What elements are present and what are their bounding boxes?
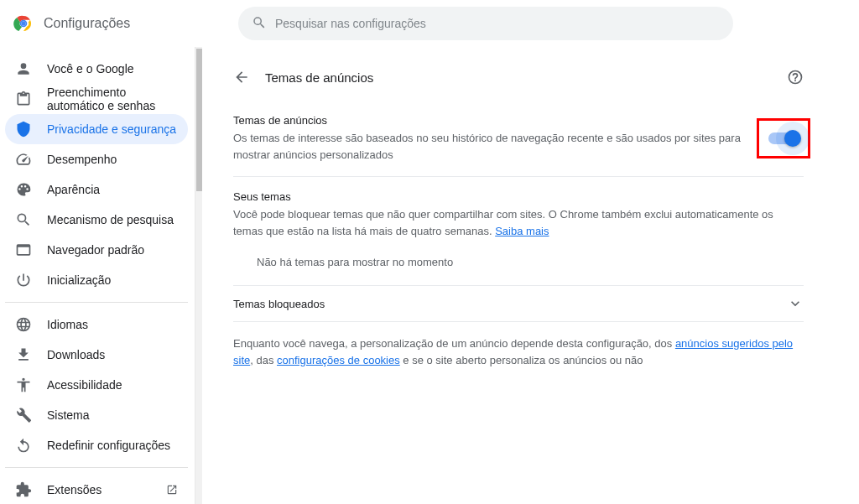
wrench-icon bbox=[15, 407, 32, 423]
sidebar-item-label: Extensões bbox=[47, 483, 102, 496]
download-icon bbox=[15, 346, 32, 363]
sidebar-item-reset[interactable]: Redefinir configurações bbox=[5, 430, 188, 460]
sidebar-divider bbox=[5, 302, 188, 303]
clipboard-icon bbox=[15, 91, 32, 107]
extension-icon bbox=[15, 481, 32, 498]
scrollbar-track[interactable] bbox=[195, 47, 202, 504]
accessibility-icon bbox=[15, 377, 32, 393]
sidebar-item-label: Redefinir configurações bbox=[47, 439, 170, 452]
sidebar-item-label: Mecanismo de pesquisa bbox=[47, 213, 174, 226]
search-icon bbox=[15, 211, 32, 228]
sidebar-item-label: Acessibilidade bbox=[47, 378, 122, 392]
back-button[interactable] bbox=[233, 69, 250, 86]
power-icon bbox=[15, 272, 32, 288]
sidebar-item-label: Você e o Google bbox=[47, 62, 134, 75]
cookie-settings-link[interactable]: configurações de cookies bbox=[277, 354, 400, 366]
blocked-topics-expand[interactable]: Temas bloqueados bbox=[233, 286, 804, 321]
sidebar-item-accessibility[interactable]: Acessibilidade bbox=[5, 370, 188, 400]
ad-topics-toggle-section: Temas de anúncios Os temas de interesse … bbox=[233, 101, 804, 177]
sidebar-item-label: Desempenho bbox=[47, 153, 117, 166]
sidebar-item-label: Downloads bbox=[47, 348, 105, 361]
your-topics-section: Seus temas Você pode bloquear temas que … bbox=[233, 177, 804, 286]
app-header: Configurações bbox=[0, 0, 859, 47]
sidebar-item-label: Preenchimento automático e senhas bbox=[47, 86, 178, 112]
page-header: Temas de anúncios bbox=[233, 54, 804, 101]
sidebar-item-default-browser[interactable]: Navegador padrão bbox=[5, 235, 188, 265]
header-title: Configurações bbox=[44, 16, 228, 31]
sidebar-item-downloads[interactable]: Downloads bbox=[5, 340, 188, 370]
highlight-annotation bbox=[757, 118, 810, 158]
sidebar-item-you-google[interactable]: Você e o Google bbox=[5, 54, 188, 84]
sidebar-item-label: Idiomas bbox=[47, 318, 88, 331]
section-title: Seus temas bbox=[233, 190, 804, 203]
sidebar-item-label: Sistema bbox=[47, 408, 90, 422]
browser-icon bbox=[15, 242, 32, 258]
sidebar-item-extensions[interactable]: Extensões bbox=[5, 475, 188, 504]
chevron-down-icon bbox=[787, 295, 804, 312]
search-input[interactable] bbox=[275, 17, 720, 30]
ad-topics-toggle[interactable] bbox=[768, 132, 799, 144]
person-icon bbox=[15, 60, 32, 77]
section-title: Temas de anúncios bbox=[233, 114, 747, 127]
blocked-topics-label: Temas bloqueados bbox=[233, 298, 787, 310]
sidebar-item-languages[interactable]: Idiomas bbox=[5, 309, 188, 340]
search-box[interactable] bbox=[238, 7, 733, 40]
page-title: Temas de anúncios bbox=[265, 70, 772, 85]
section-description: Você pode bloquear temas que não quer co… bbox=[233, 206, 804, 239]
scrollbar-thumb[interactable] bbox=[196, 49, 202, 191]
sidebar-item-privacy[interactable]: Privacidade e segurança bbox=[5, 114, 188, 144]
learn-more-link[interactable]: Saiba mais bbox=[495, 225, 549, 237]
blocked-topics-section: Temas bloqueados bbox=[233, 286, 804, 322]
main-content: Temas de anúncios Temas de anúncios Os t… bbox=[203, 47, 859, 504]
external-link-icon bbox=[166, 484, 178, 496]
sidebar-item-appearance[interactable]: Aparência bbox=[5, 174, 188, 205]
svg-point-3 bbox=[21, 21, 25, 25]
palette-icon bbox=[15, 181, 32, 198]
search-icon bbox=[252, 15, 267, 33]
sidebar-item-startup[interactable]: Inicialização bbox=[5, 265, 188, 295]
sidebar-item-label: Privacidade e segurança bbox=[47, 122, 176, 136]
sidebar-item-autofill[interactable]: Preenchimento automático e senhas bbox=[5, 84, 188, 114]
chrome-logo-icon bbox=[13, 13, 34, 34]
section-description: Os temas de interesse são baseados no se… bbox=[233, 130, 747, 163]
footer-note-section: Enquanto você navega, a personalização d… bbox=[233, 322, 804, 382]
help-button[interactable] bbox=[787, 69, 804, 86]
sidebar-item-label: Aparência bbox=[47, 183, 100, 196]
reset-icon bbox=[15, 437, 32, 454]
sidebar-item-label: Navegador padrão bbox=[47, 243, 144, 257]
shield-icon bbox=[15, 121, 32, 138]
sidebar-item-label: Inicialização bbox=[47, 273, 111, 287]
sidebar-item-search-engine[interactable]: Mecanismo de pesquisa bbox=[5, 205, 188, 235]
sidebar-item-performance[interactable]: Desempenho bbox=[5, 144, 188, 174]
sidebar: Você e o Google Preenchimento automático… bbox=[0, 47, 203, 504]
globe-icon bbox=[15, 316, 32, 333]
footer-note: Enquanto você navega, a personalização d… bbox=[233, 335, 804, 368]
sidebar-divider bbox=[5, 467, 188, 468]
speed-icon bbox=[15, 151, 32, 168]
sidebar-item-system[interactable]: Sistema bbox=[5, 400, 188, 430]
empty-topics-message: Não há temas para mostrar no momento bbox=[233, 239, 804, 272]
